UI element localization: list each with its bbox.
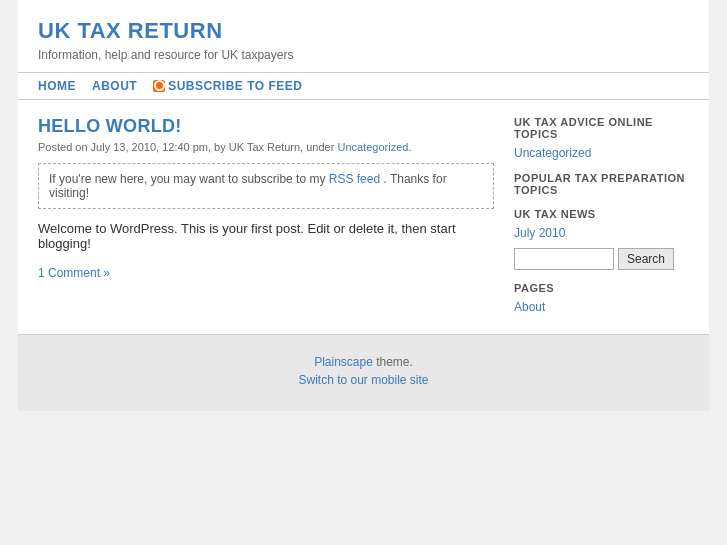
sidebar-section-title-popular: POPULAR TAX PREPARATION TOPICS: [514, 172, 689, 196]
nav-subscribe-label: SUBSCRIBE TO FEED: [168, 79, 302, 93]
search-button[interactable]: Search: [618, 248, 674, 270]
post-title: HELLO WORLD!: [38, 116, 494, 137]
sidebar-section-title-pages: PAGES: [514, 282, 689, 294]
content-area: HELLO WORLD! Posted on July 13, 2010, 12…: [18, 100, 709, 334]
comments-link[interactable]: 1 Comment »: [38, 266, 110, 280]
search-form: Search: [514, 248, 689, 270]
rss-icon: [153, 80, 165, 92]
nav-about[interactable]: ABOUT: [92, 79, 137, 93]
sidebar-section-title-news: UK TAX NEWS: [514, 208, 689, 220]
site-description: Information, help and resource for UK ta…: [38, 48, 689, 62]
post-body: Welcome to WordPress. This is your first…: [38, 221, 494, 251]
sidebar-link-july2010[interactable]: July 2010: [514, 226, 689, 240]
site-title: UK TAX RETURN: [38, 18, 689, 44]
footer-mobile-line: Switch to our mobile site: [38, 373, 689, 387]
footer-theme-line: Plainscape theme.: [38, 355, 689, 369]
nav-home[interactable]: HOME: [38, 79, 76, 93]
main-content: HELLO WORLD! Posted on July 13, 2010, 12…: [38, 116, 494, 318]
site-header: UK TAX RETURN Information, help and reso…: [18, 0, 709, 72]
post-category-link[interactable]: Uncategorized: [337, 141, 408, 153]
post-meta: Posted on July 13, 2010, 12:40 pm, by UK…: [38, 141, 494, 153]
rss-feed-link[interactable]: RSS feed: [329, 172, 380, 186]
nav-bar: HOME ABOUT SUBSCRIBE TO FEED: [18, 72, 709, 100]
sidebar-link-about[interactable]: About: [514, 300, 689, 314]
sidebar-link-uncategorized[interactable]: Uncategorized: [514, 146, 689, 160]
post-notice: If you're new here, you may want to subs…: [38, 163, 494, 209]
search-input[interactable]: [514, 248, 614, 270]
nav-subscribe[interactable]: SUBSCRIBE TO FEED: [153, 79, 302, 93]
mobile-site-link[interactable]: Switch to our mobile site: [298, 373, 428, 387]
theme-link[interactable]: Plainscape: [314, 355, 373, 369]
sidebar: UK TAX ADVICE ONLINE TOPICS Uncategorize…: [514, 116, 689, 318]
site-footer: Plainscape theme. Switch to our mobile s…: [18, 334, 709, 411]
sidebar-section-title-advice: UK TAX ADVICE ONLINE TOPICS: [514, 116, 689, 140]
